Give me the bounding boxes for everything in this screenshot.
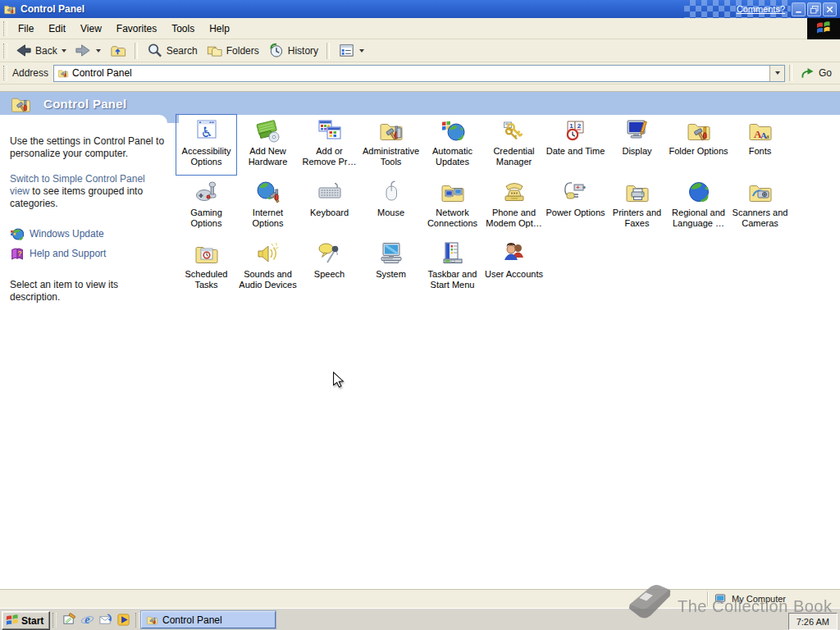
comments-link[interactable]: Comments? xyxy=(737,4,785,14)
dropdown-arrow-icon[interactable] xyxy=(62,49,66,52)
help-support-link[interactable]: ?Help and Support xyxy=(10,247,167,261)
close-button[interactable] xyxy=(823,2,837,16)
cp-item-label: AccessibilityOptions xyxy=(176,146,236,167)
quicklaunch-outlook-express-button[interactable] xyxy=(96,612,114,628)
address-dropdown-button[interactable] xyxy=(769,66,784,81)
go-button[interactable]: Go xyxy=(797,66,840,81)
history-button[interactable]: History xyxy=(263,40,322,61)
maximize-restore-button[interactable] xyxy=(807,2,821,16)
regional-icon xyxy=(669,179,728,207)
cp-item-label: Taskbar andStart Menu xyxy=(422,269,482,290)
cp-item-keyboard[interactable]: Keyboard xyxy=(299,176,360,237)
cp-item-add-remove[interactable]: Add orRemove Pr… xyxy=(299,114,360,176)
taskbar: Start e Control Panel 7:26 AM xyxy=(0,608,840,630)
svg-text:+: + xyxy=(576,185,579,190)
auto-updates-icon xyxy=(422,117,482,145)
quicklaunch-internet-explorer-button[interactable]: e xyxy=(78,612,96,628)
search-button[interactable]: Search xyxy=(142,40,202,61)
cp-item-regional[interactable]: Regional andLanguage … xyxy=(668,176,729,237)
minimize-button[interactable] xyxy=(792,2,806,16)
cp-item-system[interactable]: System xyxy=(360,237,422,299)
taskband-grip[interactable] xyxy=(135,613,139,628)
date-time-icon: 12 xyxy=(546,117,605,145)
cp-item-fonts[interactable]: AAaFonts xyxy=(729,114,791,176)
mouse-icon xyxy=(361,179,421,207)
svg-text:a: a xyxy=(766,133,769,140)
outlook-express-icon xyxy=(98,613,112,627)
dropdown-arrow-icon[interactable] xyxy=(359,49,364,52)
cp-item-speech[interactable]: Speech xyxy=(299,237,360,299)
sidebar-hint: Select an item to view its description. xyxy=(10,279,167,304)
cp-item-user-accounts[interactable]: User Accounts xyxy=(483,237,545,299)
menubar-grip[interactable] xyxy=(3,21,7,36)
cp-item-network[interactable]: NetworkConnections xyxy=(422,176,483,237)
cp-item-printers[interactable]: Printers andFaxes xyxy=(606,176,668,237)
svg-text:e: e xyxy=(84,613,89,626)
toolbar-grip[interactable] xyxy=(3,43,7,58)
title-bar: Control Panel Comments? xyxy=(0,0,840,18)
cp-item-date-time[interactable]: 12Date and Time xyxy=(545,114,606,176)
folders-icon xyxy=(206,42,223,59)
folders-button[interactable]: Folders xyxy=(202,40,263,61)
address-folder-icon xyxy=(57,67,69,79)
up-icon xyxy=(109,42,126,59)
menu-favorites[interactable]: Favorites xyxy=(109,21,164,36)
menu-help[interactable]: Help xyxy=(202,21,237,36)
menu-edit[interactable]: Edit xyxy=(41,21,73,36)
speech-icon xyxy=(299,240,359,268)
control-panel-banner-icon xyxy=(10,93,32,115)
cp-item-power[interactable]: +Power Options xyxy=(545,176,606,237)
cp-item-add-hardware[interactable]: Add NewHardware xyxy=(237,114,299,176)
start-flag-icon xyxy=(6,614,19,628)
dropdown-arrow-icon[interactable] xyxy=(96,49,101,52)
cp-item-auto-updates[interactable]: AutomaticUpdates xyxy=(422,114,483,176)
cp-item-gaming[interactable]: GamingOptions xyxy=(176,176,237,237)
accessibility-icon: ♿ xyxy=(176,117,236,145)
toolbar: BackSearchFoldersHistory xyxy=(0,39,840,62)
cp-item-accessibility[interactable]: ♿AccessibilityOptions xyxy=(176,114,237,176)
sidebar: Use the settings in Control Panel to per… xyxy=(10,115,167,304)
quicklaunch-show-desktop-button[interactable] xyxy=(60,612,78,628)
views-button[interactable] xyxy=(334,40,368,61)
cp-item-credential-manager[interactable]: CredentialManager xyxy=(483,114,545,176)
cp-item-taskbar-menu[interactable]: Taskbar andStart Menu xyxy=(422,237,483,299)
cp-item-scheduled-tasks[interactable]: ScheduledTasks xyxy=(176,237,237,299)
menu-tools[interactable]: Tools xyxy=(164,21,202,36)
forward-button[interactable] xyxy=(71,40,105,61)
address-input[interactable]: Control Panel xyxy=(53,65,785,82)
cp-item-label: CredentialManager xyxy=(484,146,544,167)
back-icon xyxy=(15,42,32,59)
admin-tools-icon xyxy=(361,117,421,145)
folder-options-icon xyxy=(669,117,728,145)
cp-item-internet-options[interactable]: InternetOptions xyxy=(237,176,299,237)
cp-item-folder-options[interactable]: Folder Options xyxy=(668,114,729,176)
go-icon xyxy=(800,66,815,81)
back-button[interactable]: Back xyxy=(11,40,71,61)
toolbar-separator xyxy=(326,43,330,59)
fonts-icon: AAa xyxy=(730,117,790,145)
cp-item-display[interactable]: Display xyxy=(606,114,668,176)
up-button[interactable] xyxy=(105,40,130,61)
quicklaunch-media-player-button[interactable] xyxy=(114,612,132,628)
menu-view[interactable]: View xyxy=(73,21,109,36)
user-accounts-icon xyxy=(484,240,544,268)
quick-launch-grip[interactable] xyxy=(52,613,57,628)
cp-item-admin-tools[interactable]: AdministrativeTools xyxy=(360,114,422,176)
task-button-control-panel[interactable]: Control Panel xyxy=(141,611,276,628)
add-remove-icon xyxy=(299,117,359,145)
cp-item-label: Folder Options xyxy=(669,146,728,157)
cp-item-scanners[interactable]: Scanners andCameras xyxy=(729,176,791,237)
address-value: Control Panel xyxy=(72,67,769,79)
internet-explorer-icon: e xyxy=(80,613,94,627)
window-icon xyxy=(3,2,16,16)
cp-item-sounds[interactable]: Sounds andAudio Devices xyxy=(237,237,299,299)
windows-update-link[interactable]: Windows Update xyxy=(10,227,167,241)
windows-update-icon xyxy=(10,227,24,241)
sounds-icon xyxy=(238,240,298,268)
menu-file[interactable]: File xyxy=(11,21,41,36)
cp-item-phone-modem[interactable]: Phone andModem Opt… xyxy=(483,176,545,237)
start-button[interactable]: Start xyxy=(2,611,50,630)
cp-item-label: Add NewHardware xyxy=(238,146,298,167)
cp-item-mouse[interactable]: Mouse xyxy=(360,176,422,237)
addressbar-grip[interactable] xyxy=(3,66,7,80)
